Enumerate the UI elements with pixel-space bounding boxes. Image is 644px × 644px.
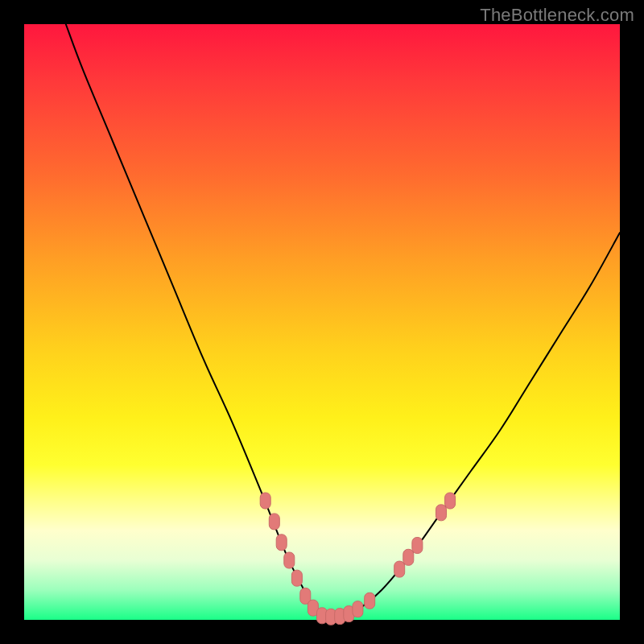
chart-frame: TheBottleneck.com — [0, 0, 644, 644]
curve-marker — [284, 552, 295, 568]
bottleneck-curve-path — [66, 24, 620, 617]
curve-marker — [291, 570, 302, 586]
curve-marker — [394, 561, 405, 577]
watermark-text: TheBottleneck.com — [480, 5, 634, 26]
marker-group — [260, 493, 455, 625]
curve-marker — [365, 592, 375, 609]
chart-svg — [24, 24, 620, 620]
curve-marker — [269, 514, 279, 530]
curve-marker — [276, 535, 287, 551]
curve-marker — [412, 538, 423, 554]
curve-marker — [436, 505, 447, 521]
curve-marker — [353, 601, 363, 617]
plot-area — [24, 24, 620, 620]
curve-marker — [403, 549, 414, 565]
curve-marker — [445, 493, 456, 509]
curve-marker — [260, 493, 270, 509]
